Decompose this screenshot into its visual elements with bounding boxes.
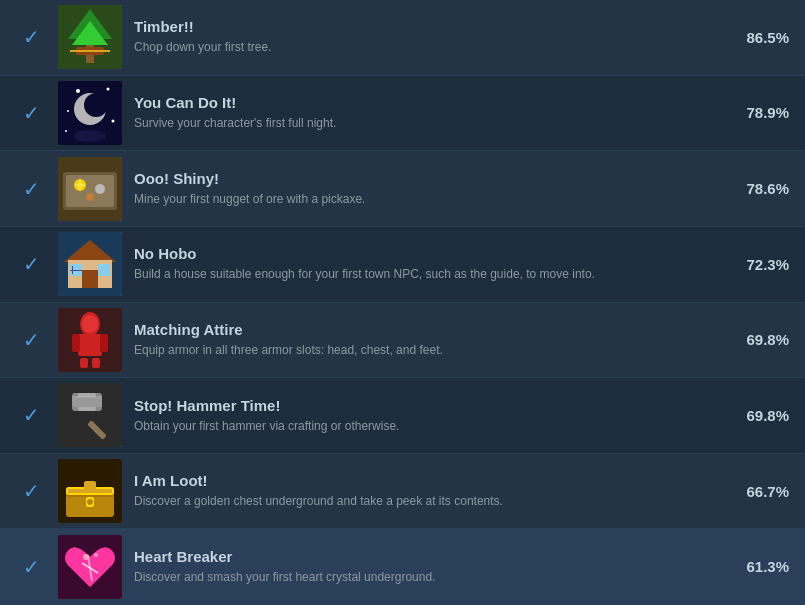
achievement-title-you-can-do-it: You Can Do It! bbox=[134, 94, 729, 111]
svg-rect-33 bbox=[78, 334, 102, 356]
svg-rect-43 bbox=[72, 397, 102, 407]
checkmark-matching-attire: ✓ bbox=[16, 328, 46, 352]
achievement-title-no-hobo: No Hobo bbox=[134, 245, 729, 262]
achievement-info-timber: Timber!! Chop down your first tree. bbox=[134, 18, 729, 56]
achievement-icon-matching-attire bbox=[58, 308, 122, 372]
checkmark-heart-breaker: ✓ bbox=[16, 555, 46, 579]
achievement-percent-hammer-time: 69.8% bbox=[729, 407, 789, 424]
svg-point-11 bbox=[67, 110, 69, 112]
achievement-title-hammer-time: Stop! Hammer Time! bbox=[134, 397, 729, 414]
achievement-info-i-am-loot: I Am Loot! Discover a golden chest under… bbox=[134, 472, 729, 510]
svg-point-12 bbox=[112, 119, 115, 122]
achievement-info-heart-breaker: Heart Breaker Discover and smash your fi… bbox=[134, 548, 729, 586]
svg-point-56 bbox=[83, 554, 89, 560]
achievement-desc-shiny: Mine your first nugget of ore with a pic… bbox=[134, 191, 729, 208]
svg-point-20 bbox=[86, 193, 94, 201]
achievement-title-shiny: Ooo! Shiny! bbox=[134, 170, 729, 187]
achievement-icon-i-am-loot bbox=[58, 459, 122, 523]
svg-point-8 bbox=[84, 93, 108, 117]
achievement-row-no-hobo[interactable]: ✓ No Hobo Build a house suitable enough … bbox=[0, 227, 805, 303]
achievement-desc-you-can-do-it: Survive your character's first full nigh… bbox=[134, 115, 729, 132]
checkmark-hammer-time: ✓ bbox=[16, 403, 46, 427]
achievements-list: ✓ Timber!! Chop down your first tree. 86… bbox=[0, 0, 805, 605]
achievement-info-no-hobo: No Hobo Build a house suitable enough fo… bbox=[134, 245, 729, 283]
svg-point-51 bbox=[87, 499, 93, 505]
achievement-row-matching-attire[interactable]: ✓ Matching Attire Equip armor in all thr… bbox=[0, 303, 805, 379]
svg-point-9 bbox=[76, 89, 80, 93]
achievement-row-timber[interactable]: ✓ Timber!! Chop down your first tree. 86… bbox=[0, 0, 805, 76]
achievement-row-hammer-time[interactable]: ✓ Stop! Hammer Time! Obtain your first h… bbox=[0, 378, 805, 454]
svg-point-57 bbox=[94, 553, 98, 557]
svg-rect-17 bbox=[66, 175, 114, 207]
achievement-percent-heart-breaker: 61.3% bbox=[729, 558, 789, 575]
achievement-percent-i-am-loot: 66.7% bbox=[729, 483, 789, 500]
achievement-desc-i-am-loot: Discover a golden chest underground and … bbox=[134, 493, 729, 510]
achievement-row-shiny[interactable]: ✓ Ooo! Shiny! Mine your first nugget of … bbox=[0, 151, 805, 227]
achievement-desc-no-hobo: Build a house suitable enough for your f… bbox=[134, 266, 729, 283]
achievement-title-i-am-loot: I Am Loot! bbox=[134, 472, 729, 489]
svg-point-13 bbox=[65, 130, 67, 132]
achievement-percent-you-can-do-it: 78.9% bbox=[729, 104, 789, 121]
svg-point-10 bbox=[107, 87, 110, 90]
achievement-icon-no-hobo bbox=[58, 232, 122, 296]
checkmark-no-hobo: ✓ bbox=[16, 252, 46, 276]
achievement-icon-hammer-time bbox=[58, 383, 122, 447]
achievement-icon-timber bbox=[58, 5, 122, 69]
achievement-desc-hammer-time: Obtain your first hammer via crafting or… bbox=[134, 418, 729, 435]
achievement-percent-matching-attire: 69.8% bbox=[729, 331, 789, 348]
svg-rect-52 bbox=[66, 495, 114, 497]
svg-rect-30 bbox=[70, 270, 82, 271]
svg-rect-49 bbox=[84, 481, 96, 491]
achievement-title-timber: Timber!! bbox=[134, 18, 729, 35]
achievement-row-i-am-loot[interactable]: ✓ I Am Loot! Discover a golden chest und… bbox=[0, 454, 805, 530]
svg-point-14 bbox=[74, 130, 106, 142]
checkmark-you-can-do-it: ✓ bbox=[16, 101, 46, 125]
svg-rect-26 bbox=[82, 270, 98, 288]
achievement-icon-you-can-do-it bbox=[58, 81, 122, 145]
checkmark-i-am-loot: ✓ bbox=[16, 479, 46, 503]
achievement-info-hammer-time: Stop! Hammer Time! Obtain your first ham… bbox=[134, 397, 729, 435]
svg-point-38 bbox=[82, 315, 98, 333]
achievement-info-matching-attire: Matching Attire Equip armor in all three… bbox=[134, 321, 729, 359]
checkmark-shiny: ✓ bbox=[16, 177, 46, 201]
achievement-title-heart-breaker: Heart Breaker bbox=[134, 548, 729, 565]
achievement-percent-timber: 86.5% bbox=[729, 29, 789, 46]
svg-rect-28 bbox=[98, 264, 110, 276]
svg-rect-36 bbox=[80, 358, 88, 368]
achievement-desc-timber: Chop down your first tree. bbox=[134, 39, 729, 56]
achievement-title-matching-attire: Matching Attire bbox=[134, 321, 729, 338]
svg-point-19 bbox=[95, 184, 105, 194]
achievement-info-shiny: Ooo! Shiny! Mine your first nugget of or… bbox=[134, 170, 729, 208]
achievement-row-heart-breaker[interactable]: ✓ Heart Breaker Discover and smash your … bbox=[0, 529, 805, 605]
svg-rect-34 bbox=[72, 334, 80, 352]
svg-rect-39 bbox=[58, 383, 122, 447]
achievement-percent-no-hobo: 72.3% bbox=[729, 256, 789, 273]
achievement-percent-shiny: 78.6% bbox=[729, 180, 789, 197]
svg-rect-35 bbox=[100, 334, 108, 352]
checkmark-timber: ✓ bbox=[16, 25, 46, 49]
svg-rect-37 bbox=[92, 358, 100, 368]
achievement-desc-matching-attire: Equip armor in all three armor slots: he… bbox=[134, 342, 729, 359]
achievement-desc-heart-breaker: Discover and smash your first heart crys… bbox=[134, 569, 729, 586]
achievement-info-you-can-do-it: You Can Do It! Survive your character's … bbox=[134, 94, 729, 132]
achievement-icon-shiny bbox=[58, 157, 122, 221]
achievement-icon-heart-breaker bbox=[58, 535, 122, 599]
achievement-row-you-can-do-it[interactable]: ✓ You Can Do It! Survive your character'… bbox=[0, 76, 805, 152]
